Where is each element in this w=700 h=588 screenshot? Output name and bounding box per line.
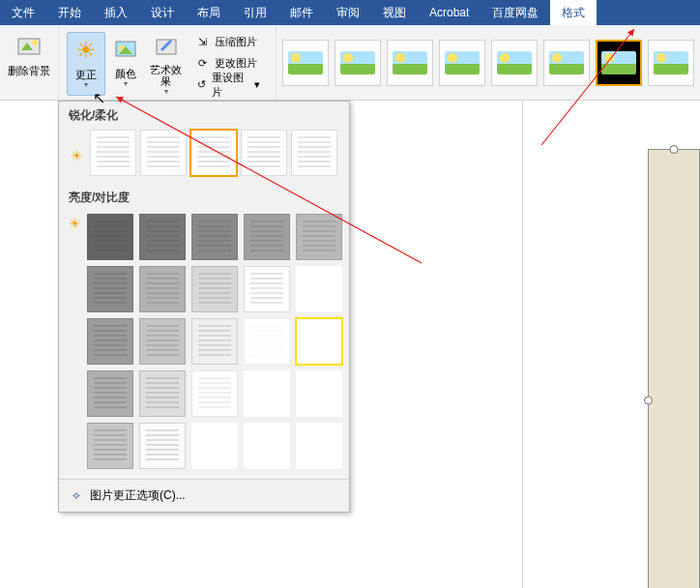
group-adjust: ☀ 更正 ▾ 颜色 ▾ 艺术效果 ▾ ⇲ 压缩图片 ⟳ 更改图片 bbox=[59, 25, 277, 100]
tab-baidu[interactable]: 百度网盘 bbox=[481, 0, 550, 25]
compress-picture-button[interactable]: ⇲ 压缩图片 bbox=[191, 33, 264, 52]
remove-background-label: 删除背景 bbox=[8, 65, 50, 76]
brightness-thumb[interactable] bbox=[296, 423, 342, 469]
reset-picture-button[interactable]: ↺ 重设图片 ▾ bbox=[191, 75, 264, 95]
svg-point-1 bbox=[32, 40, 38, 45]
reset-label: 重设图片 bbox=[212, 71, 248, 100]
tab-design[interactable]: 设计 bbox=[139, 0, 186, 25]
caret-down-icon: ▾ bbox=[164, 87, 168, 96]
tab-view[interactable]: 视图 bbox=[371, 0, 418, 25]
artistic-label: 艺术效果 bbox=[147, 64, 185, 87]
options-label: 图片更正选项(C)... bbox=[90, 487, 186, 504]
sharpen-thumb[interactable] bbox=[140, 130, 187, 176]
brush-icon bbox=[151, 34, 182, 61]
tab-file[interactable]: 文件 bbox=[0, 0, 46, 25]
group-remove-background: 删除背景 bbox=[0, 25, 59, 100]
corrections-button[interactable]: ☀ 更正 ▾ bbox=[67, 32, 105, 96]
sun-icon: ☀ bbox=[69, 148, 84, 163]
style-thumb[interactable] bbox=[335, 40, 381, 86]
sharpen-thumb[interactable] bbox=[90, 130, 136, 176]
brightness-thumb[interactable] bbox=[244, 370, 290, 417]
style-thumb[interactable] bbox=[282, 40, 329, 86]
tab-acrobat[interactable]: Acrobat bbox=[418, 0, 481, 25]
picture-corrections-options[interactable]: ✧ 图片更正选项(C)... bbox=[59, 479, 349, 512]
color-button[interactable]: 颜色 ▾ bbox=[107, 32, 145, 96]
brightness-header: 亮度/对比度 bbox=[59, 184, 349, 210]
sharpen-thumb[interactable] bbox=[241, 130, 287, 176]
style-thumb[interactable] bbox=[491, 40, 538, 86]
resize-handle-top[interactable] bbox=[670, 145, 679, 154]
brightness-thumb[interactable] bbox=[244, 423, 290, 469]
brightness-thumb[interactable] bbox=[244, 266, 290, 312]
tab-references[interactable]: 引用 bbox=[232, 0, 278, 25]
tab-format[interactable]: 格式 bbox=[550, 0, 597, 25]
sun-icon: ☀ bbox=[69, 216, 81, 231]
brightness-thumb[interactable] bbox=[87, 266, 133, 312]
brightness-thumb[interactable] bbox=[296, 370, 342, 417]
style-thumb[interactable] bbox=[543, 40, 590, 86]
artistic-effects-button[interactable]: 艺术效果 ▾ bbox=[147, 32, 185, 96]
palette-icon bbox=[110, 34, 141, 65]
brightness-thumb[interactable] bbox=[139, 266, 186, 312]
sharpen-thumb[interactable] bbox=[291, 130, 337, 176]
brightness-thumb[interactable] bbox=[191, 370, 238, 417]
brightness-thumb[interactable] bbox=[244, 318, 290, 365]
brightness-thumb[interactable] bbox=[139, 423, 186, 469]
brightness-grid bbox=[87, 210, 352, 479]
caret-down-icon: ▾ bbox=[84, 80, 88, 89]
remove-background-icon bbox=[14, 31, 44, 62]
adjust-mini-buttons: ⇲ 压缩图片 ⟳ 更改图片 ↺ 重设图片 ▾ bbox=[188, 29, 268, 99]
brightness-thumb[interactable] bbox=[87, 318, 133, 365]
style-thumb[interactable] bbox=[387, 40, 433, 86]
color-label: 颜色 bbox=[115, 68, 136, 79]
wand-icon: ✧ bbox=[69, 488, 84, 504]
style-thumb[interactable] bbox=[439, 40, 485, 86]
sharpen-header: 锐化/柔化 bbox=[59, 102, 349, 128]
tab-mailings[interactable]: 邮件 bbox=[278, 0, 325, 25]
brightness-thumb[interactable] bbox=[191, 318, 238, 365]
brightness-thumb[interactable] bbox=[139, 318, 186, 365]
style-thumb-selected[interactable] bbox=[596, 40, 642, 86]
resize-handle-left[interactable] bbox=[644, 397, 653, 405]
corrections-dropdown: 锐化/柔化 ☀ 亮度/对比度 ☀ ✧ 图片更正选项(C)... bbox=[58, 101, 350, 513]
page-edge bbox=[522, 101, 523, 588]
brightness-thumb[interactable] bbox=[87, 214, 133, 260]
inserted-picture[interactable] bbox=[648, 149, 700, 588]
compress-icon: ⇲ bbox=[195, 35, 211, 50]
sharpen-thumbs bbox=[90, 128, 345, 184]
brightness-thumb[interactable] bbox=[191, 423, 238, 469]
corrections-label: 更正 bbox=[75, 69, 97, 80]
tab-layout[interactable]: 布局 bbox=[186, 0, 232, 25]
remove-background-button[interactable]: 删除背景 bbox=[8, 29, 50, 93]
brightness-thumb[interactable] bbox=[191, 266, 238, 312]
compress-label: 压缩图片 bbox=[215, 35, 257, 49]
tab-review[interactable]: 审阅 bbox=[325, 0, 371, 25]
document-canvas bbox=[512, 101, 700, 588]
tab-home[interactable]: 开始 bbox=[46, 0, 93, 25]
brightness-thumb[interactable] bbox=[296, 266, 342, 312]
brightness-thumb[interactable] bbox=[139, 214, 186, 260]
change-label: 更改图片 bbox=[215, 56, 257, 71]
reset-icon: ↺ bbox=[195, 77, 209, 93]
caret-down-icon: ▾ bbox=[254, 78, 260, 91]
brightness-thumb-selected[interactable] bbox=[296, 318, 342, 365]
ribbon-tabs: 文件 开始 插入 设计 布局 引用 邮件 审阅 视图 Acrobat 百度网盘 … bbox=[0, 0, 700, 25]
picture-styles-gallery bbox=[277, 25, 700, 100]
change-icon: ⟳ bbox=[195, 56, 211, 72]
sun-icon: ☀ bbox=[71, 35, 102, 66]
brightness-thumb[interactable] bbox=[139, 370, 186, 417]
brightness-thumb[interactable] bbox=[296, 214, 342, 260]
tab-insert[interactable]: 插入 bbox=[93, 0, 139, 25]
brightness-thumb[interactable] bbox=[191, 214, 238, 260]
sharpen-thumb-selected[interactable] bbox=[190, 130, 237, 176]
brightness-thumb[interactable] bbox=[87, 370, 133, 417]
style-thumb[interactable] bbox=[648, 40, 694, 86]
ribbon: 删除背景 ☀ 更正 ▾ 颜色 ▾ 艺术效果 ▾ ⇲ 压缩图片 bbox=[0, 25, 700, 101]
brightness-thumb[interactable] bbox=[244, 214, 290, 260]
caret-down-icon: ▾ bbox=[124, 79, 128, 88]
brightness-thumb[interactable] bbox=[87, 423, 133, 469]
